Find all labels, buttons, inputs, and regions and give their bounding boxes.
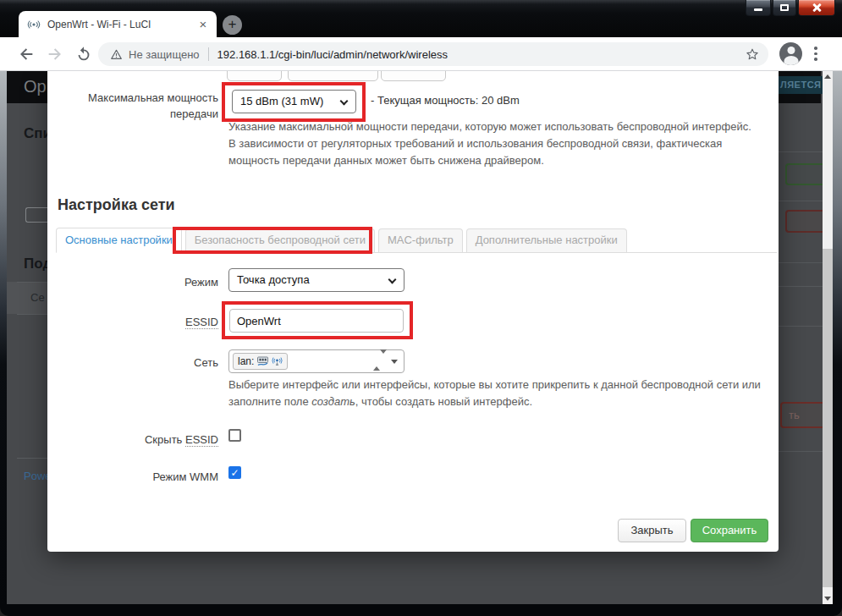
spinner-up-icon bbox=[373, 354, 380, 371]
cut-off-button[interactable] bbox=[227, 71, 282, 81]
wireless-settings-modal: Максимальная мощность передачи 15 dBm (3… bbox=[47, 71, 779, 552]
avatar-body bbox=[784, 56, 798, 65]
spinner-arrows[interactable] bbox=[373, 354, 382, 366]
tx-power-label: Максимальная мощность передачи bbox=[58, 90, 218, 122]
bookmark-star-icon[interactable] bbox=[745, 47, 760, 62]
chevron-down-icon bbox=[388, 276, 397, 284]
bg-divider bbox=[779, 262, 823, 263]
scrollbar-up-button[interactable] bbox=[823, 71, 833, 83]
avatar-head bbox=[787, 47, 795, 54]
network-label: Сеть bbox=[58, 355, 218, 371]
network-tag-lan: lan: bbox=[233, 353, 288, 370]
wireless-favicon-icon bbox=[27, 18, 41, 31]
current-power-text: - Текущая мощность: 20 dBm bbox=[371, 94, 520, 107]
omnibox-divider bbox=[208, 47, 209, 61]
browser-tab[interactable]: OpenWrt - Wi-Fi - LuCI × bbox=[19, 11, 217, 37]
bg-divider bbox=[779, 326, 823, 327]
back-icon[interactable] bbox=[17, 45, 36, 63]
forward-icon[interactable] bbox=[46, 45, 64, 63]
not-secure-warning-icon bbox=[110, 48, 123, 61]
tab-wireless-security[interactable]: Безопасность беспроводной сети bbox=[185, 228, 375, 252]
essid-input[interactable] bbox=[229, 309, 404, 333]
window-frame-right bbox=[833, 71, 842, 604]
bg-divider bbox=[779, 286, 823, 287]
profile-avatar[interactable] bbox=[779, 42, 802, 65]
openwrt-logo-fragment: Op bbox=[24, 77, 47, 96]
status-badge: ЛЯЕТСЯ bbox=[775, 76, 827, 94]
bg-red-button-fragment: ть bbox=[780, 402, 823, 428]
bg-red-button-fragment bbox=[785, 210, 823, 233]
mode-label: Режим bbox=[58, 274, 218, 290]
network-setup-title: Настройка сети bbox=[58, 196, 175, 214]
save-button[interactable]: Сохранить bbox=[691, 519, 768, 542]
window-frame-left bbox=[0, 71, 7, 604]
minimize-icon bbox=[754, 8, 762, 11]
wireless-icon bbox=[272, 356, 283, 366]
window-title-bar: OpenWrt - Wi-Fi - LuCI × + bbox=[0, 0, 842, 37]
page-viewport: Op ЛЯЕТСЯ Спи Под Се Powe ть Максимальна… bbox=[7, 71, 833, 604]
address-bar: Не защищено 192.168.1.1/cgi-bin/luci/adm… bbox=[0, 37, 842, 71]
reload-icon[interactable] bbox=[74, 45, 93, 63]
tab-general-settings[interactable]: Основные настройки bbox=[56, 228, 182, 253]
bg-divider bbox=[779, 451, 823, 452]
tx-power-select[interactable]: 15 dBm (31 mW) bbox=[232, 90, 356, 113]
bg-divider bbox=[17, 282, 47, 283]
cut-off-button[interactable] bbox=[288, 71, 378, 81]
maximize-button[interactable] bbox=[773, 0, 796, 16]
essid-label: ESSID bbox=[58, 314, 218, 330]
tab-mac-filter[interactable]: MAC-фильтр bbox=[378, 228, 463, 252]
scroll-up-icon bbox=[824, 74, 831, 79]
tab-close-icon[interactable]: × bbox=[196, 18, 210, 31]
spinner-down-icon bbox=[380, 349, 387, 366]
close-icon bbox=[812, 3, 822, 13]
chevron-down-icon bbox=[340, 97, 349, 106]
mode-select[interactable]: Точка доступа bbox=[228, 268, 404, 292]
dropdown-arrow-icon[interactable] bbox=[391, 360, 398, 364]
wmm-label: Режим WMM bbox=[58, 469, 218, 485]
scrollbar-thumb[interactable] bbox=[823, 249, 833, 587]
bg-divider bbox=[17, 458, 47, 459]
omnibox[interactable]: Не защищено 192.168.1.1/cgi-bin/luci/adm… bbox=[98, 42, 768, 66]
window-controls bbox=[746, 0, 835, 16]
tx-power-value: 15 dBm (31 mW) bbox=[240, 95, 323, 107]
bg-input-fragment bbox=[25, 207, 47, 223]
bg-green-button-fragment bbox=[785, 163, 823, 185]
browser-window: OpenWrt - Wi-Fi - LuCI × + Не защищено bbox=[0, 0, 842, 616]
hide-essid-label: Скрыть ESSID bbox=[58, 432, 218, 448]
bg-table-cell: Се bbox=[30, 291, 45, 304]
cut-off-button[interactable] bbox=[381, 71, 446, 81]
close-button[interactable]: Закрыть bbox=[618, 519, 686, 542]
bg-divider bbox=[779, 201, 823, 201]
bg-divider bbox=[17, 314, 47, 315]
security-status-label: Не защищено bbox=[129, 48, 200, 61]
hide-essid-checkbox[interactable] bbox=[228, 429, 241, 442]
tx-power-description: Указание максимальной мощности передачи,… bbox=[228, 118, 755, 169]
ethernet-icon bbox=[256, 356, 269, 366]
tab-title: OpenWrt - Wi-Fi - LuCI bbox=[47, 19, 196, 30]
url-text[interactable]: 192.168.1.1/cgi-bin/luci/admin/network/w… bbox=[217, 48, 745, 61]
tab-advanced-settings[interactable]: Дополнительные настройки bbox=[466, 228, 627, 252]
new-tab-button[interactable]: + bbox=[223, 15, 242, 35]
close-window-button[interactable] bbox=[798, 0, 835, 16]
scrollbar-down-button[interactable] bbox=[823, 592, 833, 604]
minimize-button[interactable] bbox=[746, 0, 771, 16]
network-description: Выберите интерфейс или интерфейсы, котор… bbox=[228, 377, 770, 410]
scroll-down-icon bbox=[824, 597, 831, 601]
mode-value: Точка доступа bbox=[237, 273, 310, 286]
network-tag-label: lan: bbox=[238, 355, 254, 367]
network-select[interactable]: lan: bbox=[228, 349, 404, 373]
wmm-checkbox[interactable]: ✓ bbox=[228, 466, 241, 479]
maximize-icon bbox=[780, 4, 789, 11]
settings-tabs: Основные настройки Безопасность беспрово… bbox=[56, 228, 777, 253]
network-description-italic: создать bbox=[311, 395, 355, 408]
bg-divider bbox=[779, 151, 823, 152]
browser-menu-icon[interactable] bbox=[814, 47, 817, 63]
page-scrollbar[interactable] bbox=[823, 71, 833, 604]
